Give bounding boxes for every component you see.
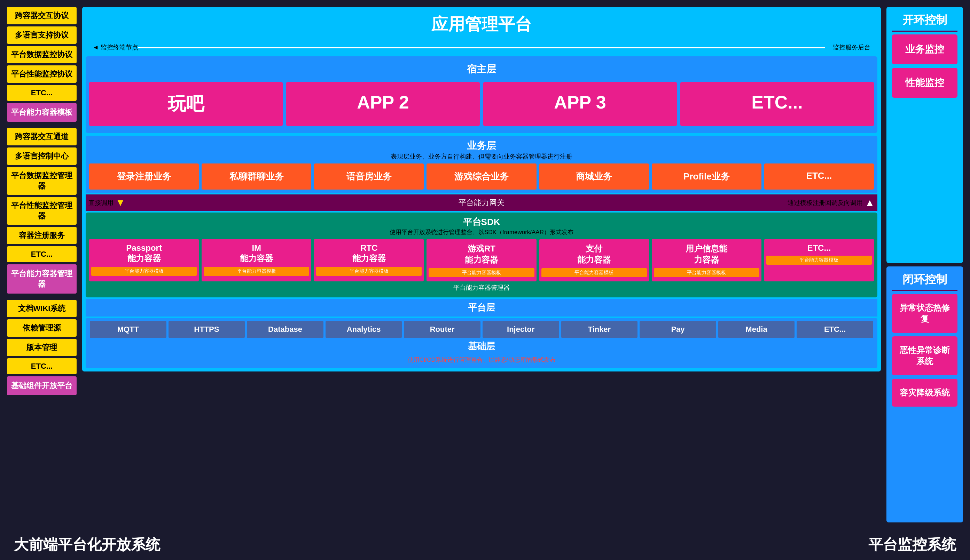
foundation-0: MQTT	[90, 321, 166, 338]
biz-service-2: 语音房业务	[314, 163, 424, 190]
left-item-3[interactable]: 平台性能监控协议	[7, 65, 77, 83]
diagnosis-box: 恶性异常诊断系统	[892, 337, 957, 375]
biz-service-4: 商城业务	[539, 163, 649, 190]
foundation-layer-title: 基础层	[90, 338, 873, 355]
closed-section-divider	[892, 290, 957, 291]
foundation-9: ETC...	[797, 321, 873, 338]
open-section-divider	[892, 31, 957, 32]
biz-service-6: ETC...	[764, 163, 874, 190]
main-container: 跨容器交互协议 多语言支持协议 平台数据监控协议 平台性能监控协议 ETC...…	[0, 0, 970, 529]
left-bot-item-2[interactable]: 版本管理	[7, 339, 77, 356]
closed-control-section: 闭环控制 异常状态热修复 恶性异常诊断系统 容灾降级系统	[886, 267, 963, 522]
gateway-left-text: 直接调用 ▼	[89, 197, 125, 208]
left-bottom-group: 文档WIKI系统 依赖管理源 版本管理 ETC... 基础组件开放平台	[7, 300, 77, 395]
app-management-title: 应用管理平台	[82, 7, 881, 42]
left-top-group: 跨容器交互协议 多语言支持协议 平台数据监控协议 平台性能监控协议 ETC...…	[7, 7, 77, 122]
host-app-3: ETC...	[680, 82, 874, 126]
monitor-line: 监控终端节点 监控服务后台	[82, 42, 881, 53]
host-apps: 玩吧 APP 2 APP 3 ETC...	[89, 78, 874, 129]
foundation-1: HTTPS	[169, 321, 245, 338]
left-sidebar: 跨容器交互协议 多语言支持协议 平台数据监控协议 平台性能监控协议 ETC...…	[7, 7, 77, 522]
sdk-label-2: 平台能力容器模板	[316, 267, 421, 276]
sdk-label-3: 平台能力容器模板	[428, 268, 534, 277]
sdk-title-6: ETC...	[766, 243, 872, 253]
host-layer-title: 宿主层	[89, 60, 874, 78]
left-mid-item-4[interactable]: 容器注册服务	[7, 227, 77, 244]
biz-service-3: 游戏综合业务	[426, 163, 536, 190]
foundation-2: Database	[247, 321, 323, 338]
business-services: 登录注册业务 私聊群聊业务 语音房业务 游戏综合业务 商城业务 Profile业…	[89, 163, 874, 190]
foundation-4: Router	[404, 321, 480, 338]
sdk-label-5: 平台能力容器模板	[654, 268, 759, 277]
bottom-bar: 大前端平台化开放系统 平台监控系统	[0, 529, 970, 560]
sdk-container-2: RTC 能力容器 平台能力容器模板	[314, 239, 424, 282]
left-mid-item-3[interactable]: 平台性能监控管理器	[7, 197, 77, 225]
foundation-3: Analytics	[326, 321, 402, 338]
left-mid-item-0[interactable]: 跨容器交互通道	[7, 128, 77, 145]
foundation-7: Pay	[640, 321, 716, 338]
exception-box: 异常状态热修复	[892, 294, 957, 333]
sdk-title-1: IM 能力容器	[204, 243, 309, 264]
platform-layer-label: 平台层	[86, 299, 877, 317]
left-item-2[interactable]: 平台数据监控协议	[7, 46, 77, 63]
sdk-title-3: 游戏RT 能力容器	[428, 243, 534, 265]
sdk-label-0: 平台能力容器模板	[91, 267, 197, 276]
monitor-right-text: 监控服务后台	[833, 43, 870, 52]
sdk-container-0: Passport 能力容器 平台能力容器模板	[89, 239, 199, 282]
gateway-label: 平台能力网关	[458, 198, 505, 208]
gateway-right-text: 通过模板注册回调反向调用 ▲	[788, 197, 875, 208]
closed-control-title: 闭环控制	[892, 272, 957, 287]
monitor-left-text: 监控终端节点	[93, 43, 138, 52]
page-title: 大前端平台化开放系统	[14, 535, 160, 555]
left-item-1[interactable]: 多语言支持协议	[7, 27, 77, 44]
foundation-8: Media	[718, 321, 795, 338]
sdk-container-4: 支付 能力容器 平台能力容器模板	[539, 239, 649, 282]
left-item-0[interactable]: 跨容器交互协议	[7, 7, 77, 24]
capacity-manager-label: 平台能力容器管理器	[89, 282, 874, 294]
host-app-0: 玩吧	[89, 82, 283, 126]
performance-monitor-box: 性能监控	[892, 68, 957, 98]
left-mid-item-1[interactable]: 多语言控制中心	[7, 147, 77, 165]
biz-service-0: 登录注册业务	[89, 163, 199, 190]
foundation-5: Injector	[483, 321, 559, 338]
foundation-services: MQTT HTTPS Database Analytics Router Inj…	[90, 321, 873, 338]
left-top-label: 平台能力容器模板	[7, 103, 77, 122]
right-sidebar: 开环控制 业务监控 性能监控 闭环控制 异常状态热修复 恶性异常诊断系统 容灾降…	[886, 7, 963, 522]
business-monitor-box: 业务监控	[892, 35, 957, 64]
sdk-label-6: 平台能力容器模板	[766, 256, 872, 265]
foundation-subtitle: 使用CI/CD系统进行管理整合、以静态/动态库的形式发布	[90, 355, 873, 365]
left-bot-item-1[interactable]: 依赖管理源	[7, 319, 77, 337]
sdk-label-4: 平台能力容器模板	[542, 268, 647, 277]
arrow-up-icon: ▲	[865, 197, 875, 208]
foundation-6: Tinker	[561, 321, 638, 338]
sdk-title-4: 支付 能力容器	[542, 243, 647, 265]
left-bot-label: 基础组件开放平台	[7, 377, 77, 395]
direct-call-label: 直接调用	[89, 198, 114, 207]
sdk-title-5: 用户信息能 力容器	[654, 243, 759, 265]
left-mid-item-5[interactable]: ETC...	[7, 246, 77, 262]
host-app-1: APP 2	[286, 82, 480, 126]
biz-service-1: 私聊群聊业务	[202, 163, 311, 190]
center-content: 应用管理平台 监控终端节点 监控服务后台 宿主层 玩吧 APP 2 APP 3 …	[82, 7, 881, 522]
left-item-4[interactable]: ETC...	[7, 85, 77, 101]
sdk-container-3: 游戏RT 能力容器 平台能力容器模板	[426, 239, 536, 282]
sdk-title-0: Passport 能力容器	[91, 243, 197, 264]
left-bot-item-0[interactable]: 文档WIKI系统	[7, 300, 77, 317]
open-control-section: 开环控制 业务监控 性能监控	[886, 7, 963, 263]
reverse-call-label: 通过模板注册回调反向调用	[788, 198, 863, 207]
platform-sdk-title: 平台SDK	[89, 216, 874, 228]
sdk-title-2: RTC 能力容器	[316, 243, 421, 264]
host-app-2: APP 3	[483, 82, 677, 126]
biz-service-5: Profile业务	[652, 163, 761, 190]
left-mid-item-2[interactable]: 平台数据监控管理器	[7, 167, 77, 195]
disaster-box: 容灾降级系统	[892, 379, 957, 407]
page-right-title: 平台监控系统	[868, 535, 956, 555]
arrow-down-icon: ▼	[115, 197, 125, 208]
sdk-containers: Passport 能力容器 平台能力容器模板 IM 能力容器 平台能力容器模板 …	[89, 239, 874, 282]
sdk-container-6: ETC... 平台能力容器模板	[764, 239, 874, 282]
sdk-container-5: 用户信息能 力容器 平台能力容器模板	[652, 239, 761, 282]
sdk-label-1: 平台能力容器模板	[204, 267, 309, 276]
business-layer-title: 业务层	[89, 139, 874, 152]
business-layer-subtitle: 表现层业务、业务方自行构建、但需要向业务容器管理器进行注册	[89, 152, 874, 161]
left-bot-item-3[interactable]: ETC...	[7, 358, 77, 374]
